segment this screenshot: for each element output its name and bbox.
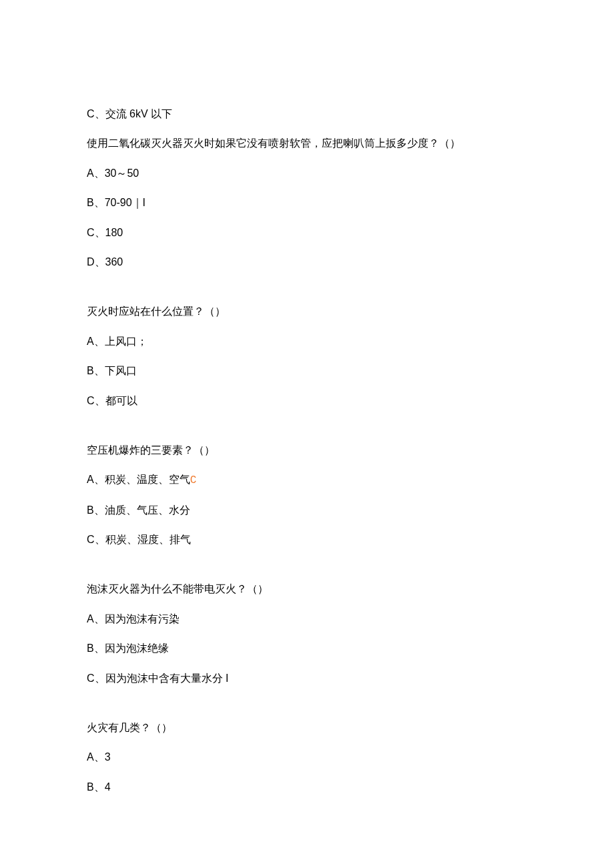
option-c-humidity: C、积炭、湿度、排气	[87, 532, 527, 547]
option-c-either: C、都可以	[87, 394, 527, 408]
question-co2-angle: 使用二氧化碳灭火器灭火时如果它没有喷射软管，应把喇叭筒上扳多少度？（）	[87, 136, 527, 151]
option-b-70-90: B、70-90｜I	[87, 195, 527, 210]
question-foam: 泡沫灭火器为什么不能带电灭火？（）	[87, 582, 527, 596]
option-a-pollution: A、因为泡沫有污染	[87, 612, 527, 626]
option-c-180: C、180	[87, 226, 527, 240]
option-a-carbon: A、积炭、温度、空气C	[87, 472, 527, 488]
option-b-oil: B、油质、气压、水分	[87, 503, 527, 518]
answer-mark-c: C	[190, 474, 197, 486]
option-b-insulation: B、因为泡沫绝缘	[87, 641, 527, 656]
option-c-water: C、因为泡沫中含有大量水分 I	[87, 671, 527, 686]
section-gap	[87, 423, 527, 443]
section-gap	[87, 284, 527, 304]
question-fire-types: 火灾有几类？（）	[87, 721, 527, 735]
option-b-downwind: B、下风口	[87, 364, 527, 378]
option-d-360: D、360	[87, 255, 527, 270]
option-a-upwind: A、上风口；	[87, 334, 527, 349]
option-a-30-50: A、30～50	[87, 166, 527, 181]
option-b-4: B、4	[87, 780, 527, 795]
question-compressor: 空压机爆炸的三要素？（）	[87, 443, 527, 458]
option-a-3: A、3	[87, 750, 527, 765]
section-gap	[87, 701, 527, 721]
option-c-6kv: C、交流 6kV 以下	[87, 107, 527, 121]
section-gap	[87, 562, 527, 582]
question-position: 灭火时应站在什么位置？（）	[87, 304, 527, 319]
document-page: C、交流 6kV 以下 使用二氧化碳灭火器灭火时如果它没有喷射软管，应把喇叭筒上…	[0, 0, 614, 868]
option-a-carbon-text: A、积炭、温度、空气	[87, 474, 190, 485]
